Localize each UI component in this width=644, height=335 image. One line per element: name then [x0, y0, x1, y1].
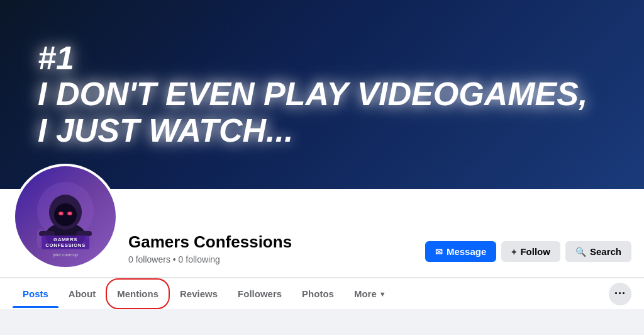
cover-text: #1 I DON'T EVEN PLAY VIDEOGAMES, I JUST …: [0, 28, 644, 161]
profile-section: GAMERSCONFESSIONS joke coverup Gamers Co…: [0, 189, 644, 278]
avatar[interactable]: GAMERSCONFESSIONS joke coverup: [13, 164, 118, 270]
follow-icon: +: [511, 247, 516, 257]
page-wrapper: #1 I DON'T EVEN PLAY VIDEOGAMES, I JUST …: [0, 0, 644, 309]
profile-actions: ✉ Message + Follow 🔍 Search: [425, 241, 631, 270]
nav-tabs: Posts About Mentions Reviews Followers P…: [0, 278, 644, 309]
search-icon: 🔍: [575, 247, 586, 257]
profile-info: Gamers Confessions 0 followers • 0 follo…: [128, 222, 415, 270]
follow-label: Follow: [520, 246, 550, 257]
tab-about[interactable]: About: [58, 280, 106, 308]
avatar-sublabel: joke coverup: [53, 253, 78, 257]
svg-point-11: [60, 213, 62, 215]
cover-line2: I DON'T EVEN PLAY VIDEOGAMES,: [38, 76, 606, 112]
tab-followers[interactable]: Followers: [228, 280, 292, 308]
message-label: Message: [447, 246, 486, 257]
tab-more[interactable]: More ▼: [344, 280, 396, 308]
message-icon: ✉: [435, 247, 443, 257]
message-button[interactable]: ✉ Message: [425, 241, 496, 262]
avatar-inner: GAMERSCONFESSIONS joke coverup: [15, 166, 116, 267]
cover-line3: I JUST WATCH...: [38, 113, 606, 149]
profile-stats: 0 followers • 0 following: [128, 254, 415, 264]
dots-icon: ···: [614, 287, 626, 300]
svg-point-8: [54, 203, 77, 226]
search-button[interactable]: 🔍 Search: [565, 241, 631, 262]
cover-line1: #1: [38, 40, 606, 76]
svg-point-12: [69, 213, 71, 215]
tab-posts[interactable]: Posts: [13, 280, 58, 308]
chevron-down-icon: ▼: [379, 290, 386, 298]
cover-photo: #1 I DON'T EVEN PLAY VIDEOGAMES, I JUST …: [0, 0, 644, 189]
nav-more-options-button[interactable]: ···: [609, 283, 631, 305]
tab-reviews[interactable]: Reviews: [170, 280, 228, 308]
avatar-label: GAMERSCONFESSIONS: [42, 236, 89, 249]
search-label: Search: [590, 246, 621, 257]
avatar-wrapper: GAMERSCONFESSIONS joke coverup: [13, 164, 118, 270]
tab-mentions[interactable]: Mentions: [106, 278, 170, 309]
follow-button[interactable]: + Follow: [501, 241, 560, 262]
tab-photos[interactable]: Photos: [292, 280, 344, 308]
profile-name: Gamers Confessions: [128, 232, 415, 252]
